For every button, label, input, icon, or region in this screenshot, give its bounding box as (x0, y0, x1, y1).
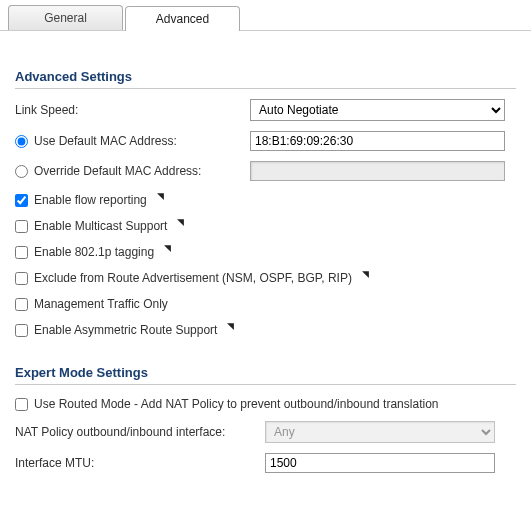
tab-bar: General Advanced (0, 0, 531, 31)
mtu-label: Interface MTU: (15, 456, 94, 470)
nat-policy-select: Any (265, 421, 495, 443)
multicast-label: Enable Multicast Support (34, 219, 167, 233)
section-expert-settings: Expert Mode Settings (15, 365, 516, 385)
exclude-route-label: Exclude from Route Advertisement (NSM, O… (34, 271, 352, 285)
routed-mode-checkbox[interactable] (15, 398, 28, 411)
tab-advanced[interactable]: Advanced (125, 6, 240, 31)
hint-icon: ◥ (362, 269, 369, 279)
flow-reporting-label: Enable flow reporting (34, 193, 147, 207)
hint-icon: ◥ (164, 243, 171, 253)
tab-general[interactable]: General (8, 5, 123, 30)
link-speed-select[interactable]: Auto Negotiate (250, 99, 505, 121)
hint-icon: ◥ (177, 217, 184, 227)
hint-icon: ◥ (157, 191, 164, 201)
override-mac-field (250, 161, 505, 181)
asym-route-checkbox[interactable] (15, 324, 28, 337)
link-speed-label: Link Speed: (15, 103, 78, 117)
exclude-route-checkbox[interactable] (15, 272, 28, 285)
section-advanced-settings: Advanced Settings (15, 69, 516, 89)
routed-mode-label: Use Routed Mode - Add NAT Policy to prev… (34, 397, 438, 411)
use-default-mac-radio[interactable] (15, 135, 28, 148)
dot1p-label: Enable 802.1p tagging (34, 245, 154, 259)
multicast-checkbox[interactable] (15, 220, 28, 233)
dot1p-checkbox[interactable] (15, 246, 28, 259)
default-mac-field[interactable] (250, 131, 505, 151)
mtu-field[interactable] (265, 453, 495, 473)
flow-reporting-checkbox[interactable] (15, 194, 28, 207)
nat-policy-label: NAT Policy outbound/inbound interface: (15, 425, 225, 439)
use-default-mac-label: Use Default MAC Address: (34, 134, 177, 148)
mgmt-only-label: Management Traffic Only (34, 297, 168, 311)
hint-icon: ◥ (227, 321, 234, 331)
override-mac-radio[interactable] (15, 165, 28, 178)
mgmt-only-checkbox[interactable] (15, 298, 28, 311)
asym-route-label: Enable Asymmetric Route Support (34, 323, 217, 337)
override-mac-label: Override Default MAC Address: (34, 164, 201, 178)
